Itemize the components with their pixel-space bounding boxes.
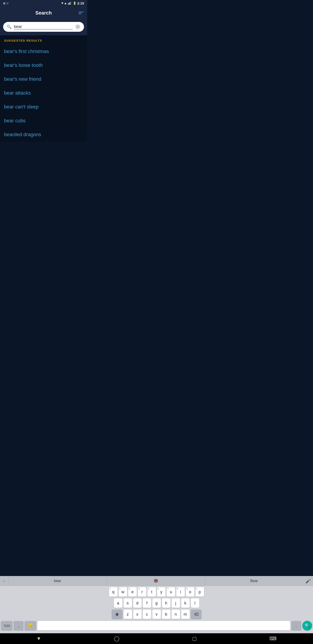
suggestion-text: bearded dragons (4, 132, 41, 137)
suggestion-text: bear's new friend (4, 76, 41, 82)
suggestion-item[interactable]: bear's new friend (0, 72, 87, 86)
page-title: Search (35, 10, 52, 16)
suggestion-item[interactable]: bear cubs (0, 114, 87, 128)
svg-rect-0 (68, 3, 69, 5)
suggestion-item[interactable]: bearded dragons (0, 128, 87, 142)
search-bar-container: 🔍 ✕ (0, 20, 87, 35)
suggested-results-label: SUGGESTED RESULTS (0, 39, 87, 44)
time-display: 2:15 (77, 1, 84, 5)
suggestion-text: bear's loose tooth (4, 62, 43, 68)
svg-rect-1 (69, 3, 69, 5)
sim-icon: ▦ (3, 2, 5, 5)
suggestions-section: SUGGESTED RESULTS bear's first christmas… (0, 35, 87, 142)
suggestion-item[interactable]: bear's first christmas (0, 44, 87, 58)
suggestion-text: bear can't sleep (4, 104, 39, 110)
suggestion-item[interactable]: bear can't sleep (0, 100, 87, 114)
suggestion-text: bear attacks (4, 90, 31, 96)
search-input[interactable] (14, 24, 73, 30)
clear-icon: ✕ (76, 24, 80, 30)
status-right-icons: ▼▲ 🔋 2:15 (61, 1, 84, 5)
svg-rect-3 (71, 2, 71, 5)
filter-line-1 (79, 12, 83, 12)
battery-icon: 🔋 (73, 2, 76, 5)
sync-icon: ◎ (6, 2, 9, 5)
filter-line-2 (79, 13, 82, 13)
status-left-icons: ▦ ◎ (3, 2, 9, 5)
search-clear-button[interactable]: ✕ (75, 24, 80, 30)
suggestion-text: bear's first christmas (4, 48, 49, 54)
suggestion-item[interactable]: bear's loose tooth (0, 58, 87, 72)
search-bar[interactable]: 🔍 ✕ (3, 22, 84, 32)
search-icon: 🔍 (7, 24, 12, 29)
svg-rect-2 (70, 2, 70, 5)
filter-button[interactable] (79, 12, 83, 14)
suggestion-item[interactable]: bear attacks (0, 86, 87, 100)
header: Search (0, 6, 87, 20)
signal-icon (68, 2, 72, 5)
status-bar: ▦ ◎ ▼▲ 🔋 2:15 (0, 0, 87, 6)
filter-line-3 (79, 14, 81, 14)
wifi-icon: ▼▲ (61, 1, 67, 5)
suggestion-text: bear cubs (4, 118, 26, 124)
